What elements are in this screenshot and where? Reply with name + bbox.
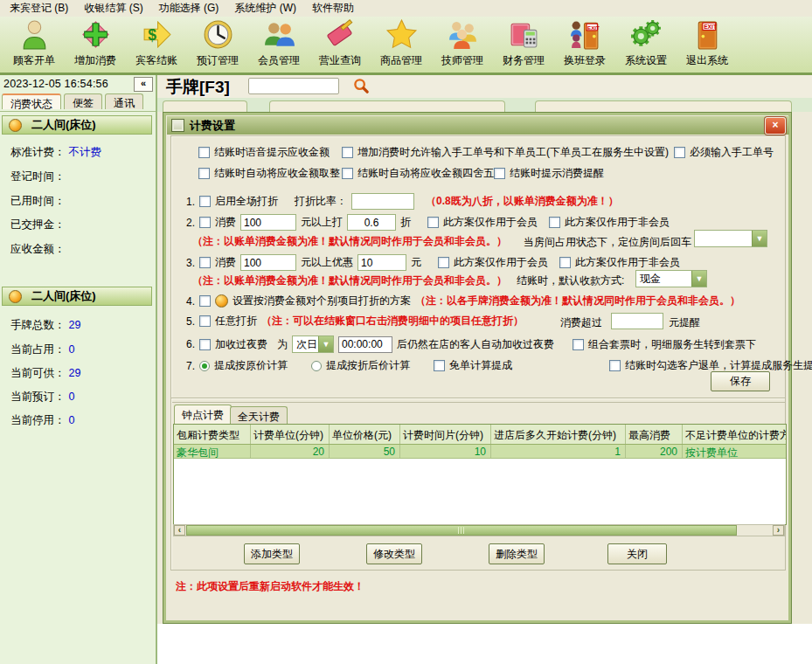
cb-free-discount[interactable] (199, 315, 211, 327)
item4-note: （注：以各手牌消费金额为准！默认情况同时作用于会员和非会员。） (415, 294, 740, 308)
dropdown-arrow-icon[interactable]: ▼ (318, 336, 333, 352)
cb-item-discount-plan[interactable] (199, 295, 211, 307)
cb-consume-rebate[interactable] (199, 257, 211, 268)
menu-cashier-settle[interactable]: 收银结算 (S) (76, 0, 150, 17)
tab-allday-billing[interactable]: 全天计费 (230, 406, 288, 424)
toolbar-item-exit[interactable]: EXIT 退出系统 (677, 18, 738, 68)
toolbar-item-business-query[interactable]: 营业查询 (309, 18, 371, 68)
cb-round-amount[interactable]: 结账时自动将应收金额取整 (198, 166, 340, 181)
horizontal-scrollbar[interactable]: ‹ › (173, 524, 785, 536)
search-icon[interactable] (353, 78, 370, 94)
cb-nonmember-only[interactable]: 此方案仅作用于非会员 (559, 255, 680, 270)
cb-global-discount[interactable] (199, 196, 211, 207)
item5-note: （注：可以在结账窗口右击消费明细中的项目任意打折） (261, 314, 524, 329)
dropdown-arrow-icon[interactable]: ▼ (752, 231, 767, 246)
menu-guest-register[interactable]: 来宾登记 (B) (2, 0, 76, 17)
scroll-right-icon[interactable]: › (773, 525, 784, 536)
consume-amount-input[interactable] (240, 214, 296, 231)
scroll-left-icon[interactable]: ‹ (174, 525, 185, 536)
tag-search-input[interactable] (248, 78, 339, 94)
cb-member-only[interactable]: 此方案仅作用于会员 (438, 255, 548, 270)
toolbar-item-guest-checkout[interactable]: $ 宾客结账 (126, 18, 187, 68)
checkbox-icon[interactable] (609, 360, 621, 371)
modify-type-button[interactable]: 修改类型 (366, 543, 422, 564)
item5-row: 5. 任意打折 （注：可以在结账窗口右击消费明细中的项目任意打折） (186, 314, 524, 329)
item3-row: 3. 消费 元以上优惠 元 此方案仅作用于会员 此方案仅作用于非会员 (186, 254, 680, 271)
checkbox-icon[interactable] (434, 360, 445, 371)
overnight-time-input[interactable] (338, 336, 392, 353)
checkbox-icon[interactable] (342, 147, 353, 158)
checkbox-icon[interactable] (494, 168, 505, 179)
checkbox-icon[interactable] (549, 217, 560, 228)
col-header[interactable]: 最高消费 (626, 425, 683, 444)
col-header[interactable]: 包厢计费类型 (174, 425, 251, 444)
checkbox-icon[interactable] (198, 168, 210, 179)
close-icon[interactable]: × (765, 117, 786, 135)
cb-member-only[interactable]: 此方案仅作用于会员 (427, 215, 538, 230)
toolbar-item-products[interactable]: 商品管理 (371, 18, 432, 68)
orange-ball-icon[interactable] (215, 294, 228, 308)
over-consume-input[interactable] (611, 313, 663, 329)
cb-nonmember-only[interactable]: 此方案仅作用于非会员 (549, 215, 670, 230)
toolbar-item-open-order[interactable]: 顾客开单 (3, 18, 65, 68)
cb-combo-ticket[interactable]: 组合套票时，明细服务生转到套票下 (573, 337, 756, 352)
tab-hourly-billing[interactable]: 钟点计费 (174, 405, 232, 424)
cb-round-half-up[interactable]: 结账时自动将应收金额四舍五入 (342, 166, 504, 181)
radio-commission-discounted[interactable] (311, 361, 322, 371)
toolbar-item-members[interactable]: 会员管理 (248, 18, 309, 68)
menu-software-help[interactable]: 软件帮助 (304, 0, 362, 17)
checkbox-icon[interactable] (559, 257, 571, 268)
cb-overnight-fee[interactable] (199, 339, 211, 350)
toolbar-item-settings[interactable]: 系统设置 (615, 18, 677, 68)
cb-consume-reminder[interactable]: 结账时提示消费提醒 (494, 166, 604, 181)
dollar-arrow-icon: $ (141, 18, 173, 53)
dialog-titlebar[interactable]: 计费设置 (167, 116, 789, 135)
cb-voice-prompt[interactable]: 结账时语音提示应收金额 (198, 145, 330, 160)
cb-consume-discount[interactable] (199, 217, 211, 228)
col-header[interactable]: 计费单位(分钟) (251, 425, 330, 444)
checkbox-icon[interactable] (198, 147, 210, 158)
delete-type-button[interactable]: 删除类型 (489, 543, 545, 564)
scrollbar-thumb[interactable] (186, 525, 737, 536)
col-header[interactable]: 单位价格(元) (330, 425, 400, 444)
tab-memo[interactable]: 便签 (64, 93, 102, 109)
dropdown-arrow-icon[interactable]: ▼ (691, 271, 706, 287)
discount-value-input[interactable] (347, 214, 396, 231)
checkbox-icon[interactable] (674, 147, 685, 158)
diamond-plus-icon (80, 18, 112, 53)
tab-communication[interactable]: 通讯 (105, 93, 143, 109)
table-row[interactable]: 豪华包间 20 50 10 1 200 按计费单位 (174, 445, 786, 459)
toolbar-item-add-consume[interactable]: 增加消费 (65, 18, 126, 68)
over-consume-suffix: 元提醒 (669, 315, 700, 330)
toolbar-item-shift-login[interactable]: EXIT 换班登录 (554, 18, 615, 68)
discount-rate-input[interactable] (351, 193, 414, 210)
toolbar-item-finance[interactable]: 财务管理 (493, 18, 554, 68)
svg-text:EXIT: EXIT (704, 24, 717, 30)
checkbox-icon[interactable] (342, 168, 353, 179)
checkbox-icon[interactable] (438, 257, 449, 268)
radio-commission-original[interactable] (199, 361, 210, 371)
col-header[interactable]: 进店后多久开始计费(分钟) (491, 425, 626, 444)
save-button[interactable]: 保存 (711, 371, 770, 391)
tab-consume-status[interactable]: 消费状态 (2, 93, 61, 109)
rebate-value-input[interactable] (357, 254, 406, 271)
add-type-button[interactable]: 添加类型 (244, 543, 300, 564)
cb-free-order-commission[interactable]: 免单计算提成 (434, 358, 512, 373)
overnight-day-select[interactable]: 次日▼ (292, 335, 334, 353)
sidebar-collapse-button[interactable]: « (134, 77, 153, 92)
toolbar-item-reservation[interactable]: 预订管理 (187, 18, 248, 68)
col-header[interactable]: 计费时间片(分钟) (400, 425, 491, 444)
checkbox-icon[interactable] (427, 217, 439, 228)
checkbox-icon[interactable] (573, 339, 584, 350)
menu-function-select[interactable]: 功能选择 (G) (151, 0, 227, 17)
col-header[interactable]: 不足计费单位的计费方 (683, 425, 786, 444)
cb-require-manual-no[interactable]: 必须输入手工单号 (674, 145, 774, 160)
main-background-lower (157, 624, 812, 664)
cb-manual-order-no[interactable]: 增加消费时允许输入手工单号和下单员工(下单员工在服务生中设置) (342, 145, 669, 160)
menu-system-maintain[interactable]: 系统维护 (W) (226, 0, 304, 17)
payment-method-select[interactable]: 现金 ▼ (635, 270, 707, 287)
room-action-select[interactable]: ▼ (694, 230, 767, 247)
rebate-amount-input[interactable] (240, 254, 296, 271)
close-button[interactable]: 关闭 (607, 543, 667, 564)
toolbar-item-technicians[interactable]: 技师管理 (432, 18, 493, 68)
